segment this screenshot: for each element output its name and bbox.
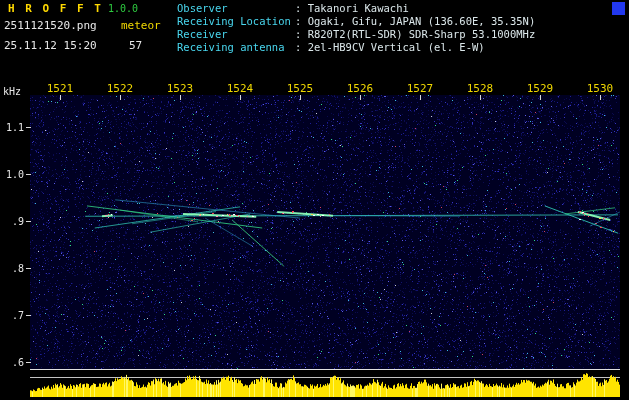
metadata-row: Observer: Takanori Kawachi <box>177 2 535 15</box>
x-tick-label: 1522 <box>100 82 140 95</box>
mode-label: meteor <box>121 19 161 32</box>
spectrogram-canvas <box>0 0 629 400</box>
app-title: H R O F F T <box>8 2 103 15</box>
metadata-label: Observer <box>177 2 295 15</box>
metadata-value: : Ogaki, Gifu, JAPAN (136.60E, 35.35N) <box>295 15 535 27</box>
y-tick-label: .8 <box>0 263 24 274</box>
x-tick-label: 1530 <box>580 82 620 95</box>
metadata-label: Receiving Location <box>177 15 295 28</box>
y-tick-label: .9 <box>0 216 24 227</box>
metadata-row: Receiving antenna: 2el-HB9CV Vertical (e… <box>177 41 535 54</box>
metadata-label: Receiving antenna <box>177 41 295 54</box>
echo-count: 57 <box>129 39 142 52</box>
datetime-label: 25.11.12 15:20 <box>4 39 97 52</box>
y-tick-label: 1.0 <box>0 169 24 180</box>
x-tick-label: 1524 <box>220 82 260 95</box>
metadata-row: Receiving Location: Ogaki, Gifu, JAPAN (… <box>177 15 535 28</box>
status-square-icon <box>612 2 625 15</box>
x-tick-label: 1528 <box>460 82 500 95</box>
x-tick-label: 1521 <box>40 82 80 95</box>
metadata-value: : 2el-HB9CV Vertical (el. E-W) <box>295 41 485 53</box>
metadata-block: Observer: Takanori KawachiReceiving Loca… <box>177 2 535 54</box>
y-tick-label: .6 <box>0 357 24 368</box>
metadata-value: : R820T2(RTL-SDR) SDR-Sharp 53.1000MHz <box>295 28 535 40</box>
app-version: 1.0.0 <box>108 3 138 14</box>
x-tick-label: 1525 <box>280 82 320 95</box>
x-tick-label: 1523 <box>160 82 200 95</box>
x-tick-label: 1526 <box>340 82 380 95</box>
metadata-value: : Takanori Kawachi <box>295 2 409 14</box>
filename-label: 2511121520.png <box>4 19 97 32</box>
x-tick-label: 1527 <box>400 82 440 95</box>
y-tick-label: .7 <box>0 310 24 321</box>
hrofft-output: H R O F F T 1.0.0 2511121520.png meteor … <box>0 0 629 400</box>
metadata-label: Receiver <box>177 28 295 41</box>
y-axis-unit: kHz <box>3 86 21 97</box>
metadata-row: Receiver: R820T2(RTL-SDR) SDR-Sharp 53.1… <box>177 28 535 41</box>
x-tick-label: 1529 <box>520 82 560 95</box>
y-tick-label: 1.1 <box>0 122 24 133</box>
